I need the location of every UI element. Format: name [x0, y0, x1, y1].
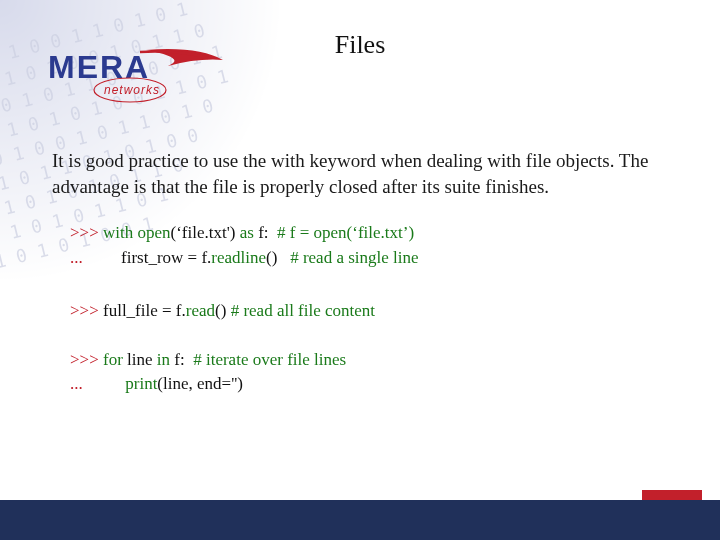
slide: 1 0 1 0 0 1 1 0 1 0 1 0 1 1 0 1 0 0 1 0 …: [0, 0, 720, 540]
comment: # f = open(‘file.txt’): [277, 223, 414, 242]
comment: # read a single line: [290, 248, 418, 267]
blank-line: [70, 325, 74, 344]
repl-prompt: >>>: [70, 223, 103, 242]
code-text: (‘file.txt'): [171, 223, 240, 242]
keyword-with: with: [103, 223, 137, 242]
code-text: (): [215, 301, 231, 320]
code-text: full_file = f.: [103, 301, 186, 320]
keyword-as: as: [240, 223, 258, 242]
code-example-2: >>> full_file = f.read() # read all file…: [70, 299, 668, 398]
repl-prompt: >>>: [70, 301, 103, 320]
repl-cont: ...: [70, 248, 121, 267]
code-text: (): [266, 248, 290, 267]
code-text: (line, end=''): [157, 374, 243, 393]
code-text: f:: [258, 223, 277, 242]
slide-content: It is good practice to use the with keyw…: [52, 148, 668, 425]
fn-readline: readline: [211, 248, 266, 267]
keyword-for: for: [103, 350, 127, 369]
fn-print: print: [125, 374, 157, 393]
repl-cont: ...: [70, 374, 125, 393]
fn-open: open: [138, 223, 171, 242]
footer-red-accent: [642, 490, 702, 500]
code-text: line: [127, 350, 157, 369]
code-text: first_row = f.: [121, 248, 211, 267]
comment: # read all file content: [231, 301, 375, 320]
footer-bar: [0, 500, 720, 540]
svg-text:networks: networks: [104, 83, 160, 97]
repl-prompt: >>>: [70, 350, 103, 369]
comment: # iterate over file lines: [193, 350, 346, 369]
intro-paragraph: It is good practice to use the with keyw…: [52, 148, 668, 199]
code-text: f:: [174, 350, 193, 369]
fn-read: read: [186, 301, 215, 320]
keyword-in: in: [157, 350, 174, 369]
code-example-1: >>> with open(‘file.txt') as f: # f = op…: [70, 221, 668, 270]
slide-title: Files: [0, 30, 720, 60]
